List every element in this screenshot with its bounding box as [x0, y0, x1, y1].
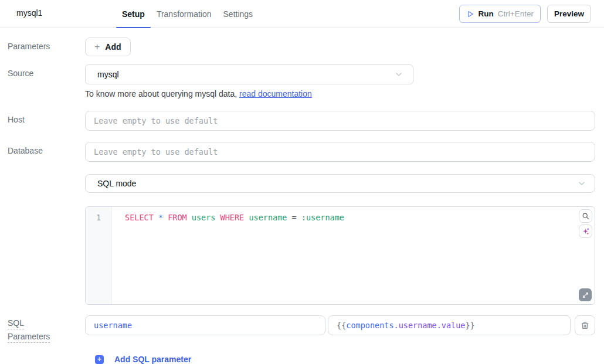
plus-icon: + [94, 42, 100, 52]
host-label: Host [8, 111, 85, 131]
source-help-text: To know more about querying mysql data, … [85, 89, 595, 98]
sql-mode-value: SQL mode [97, 179, 136, 188]
value-body: components [346, 321, 393, 330]
tab-settings[interactable]: Settings [218, 0, 259, 28]
read-documentation-link[interactable]: read documentation [239, 89, 312, 98]
value-close-braces: }} [465, 321, 474, 330]
sql-mode-select[interactable]: SQL mode [85, 174, 595, 193]
query-title: mysql1 [16, 8, 42, 18]
tab-setup[interactable]: Setup [116, 0, 151, 28]
value-open-braces: {{ [337, 321, 346, 330]
add-sql-parameter-label: Add SQL parameter [114, 355, 191, 364]
database-label: Database [8, 142, 85, 162]
parameters-row: Parameters + Add [0, 38, 604, 56]
editor-gutter: 1 [86, 207, 112, 304]
sql-parameters-label-line1: SQL [8, 318, 24, 329]
editor-expand-button[interactable] [579, 288, 592, 301]
sql-parameter-key-input[interactable]: username [85, 315, 325, 335]
tab-transformation[interactable]: Transformation [151, 0, 218, 28]
delete-parameter-button[interactable] [575, 315, 595, 335]
source-help-prefix: To know more about querying mysql data, [85, 89, 239, 98]
add-sql-parameter-row: + Add SQL parameter [0, 355, 604, 364]
add-sql-parameter-button[interactable]: + Add SQL parameter [95, 355, 191, 364]
preview-button[interactable]: Preview [547, 5, 591, 23]
sql-editor-row: 1 SELECT * FROM users WHERE username = :… [0, 206, 604, 305]
query-header: mysql1 Setup Transformation Settings Run… [0, 0, 604, 28]
sql-mode-spacer [8, 174, 85, 193]
plus-square-icon: + [95, 355, 104, 364]
database-row: Database [0, 142, 604, 162]
run-button[interactable]: Run Ctrl+Enter [459, 5, 541, 23]
add-sql-parameter-spacer [8, 355, 85, 364]
trash-icon [581, 321, 589, 330]
search-icon [582, 212, 589, 220]
add-parameter-button[interactable]: + Add [85, 38, 131, 56]
sql-parameters-label-line2: Parameters [8, 331, 50, 343]
sql-token: users [192, 213, 220, 222]
sql-token: :username [301, 213, 344, 222]
expand-icon [582, 292, 589, 298]
chevron-down-icon [394, 70, 403, 79]
sql-token: SELECT [125, 213, 158, 222]
chevron-down-icon [577, 179, 586, 188]
sql-parameters-row: SQL Parameters username {{components.use… [0, 315, 604, 345]
host-input[interactable] [85, 111, 595, 131]
sql-token: FROM [168, 213, 192, 222]
sql-parameters-label: SQL Parameters [8, 315, 85, 345]
value-body: .username.value [394, 321, 466, 330]
source-row: Source mysql To know more about querying… [0, 64, 604, 98]
source-label: Source [8, 64, 85, 98]
sql-parameter-value-input[interactable]: {{components.username.value}} [328, 315, 571, 335]
sql-code-editor[interactable]: 1 SELECT * FROM users WHERE username = :… [85, 206, 595, 305]
sql-mode-row: SQL mode [0, 174, 604, 193]
run-shortcut: Ctrl+Enter [498, 9, 534, 18]
sql-token: * [158, 213, 168, 222]
sparkles-icon [582, 227, 590, 236]
header-actions: Run Ctrl+Enter Preview [459, 5, 591, 23]
sql-editor-spacer [8, 206, 85, 305]
sql-code-line[interactable]: SELECT * FROM users WHERE username = :us… [112, 207, 595, 304]
host-row: Host [0, 111, 604, 131]
database-input[interactable] [85, 142, 595, 162]
editor-search-button[interactable] [579, 209, 592, 223]
run-label: Run [479, 9, 494, 18]
play-icon [466, 10, 474, 18]
sql-token: WHERE [220, 213, 249, 222]
tab-bar: Setup Transformation Settings [116, 0, 259, 28]
sql-token: username [249, 213, 291, 222]
add-parameter-label: Add [105, 42, 121, 52]
source-select-value: mysql [97, 70, 119, 79]
editor-ai-assist-button[interactable] [579, 224, 592, 238]
sql-token: = [292, 213, 301, 222]
line-number: 1 [96, 213, 101, 222]
source-select[interactable]: mysql [85, 64, 413, 84]
parameters-label: Parameters [8, 38, 85, 56]
